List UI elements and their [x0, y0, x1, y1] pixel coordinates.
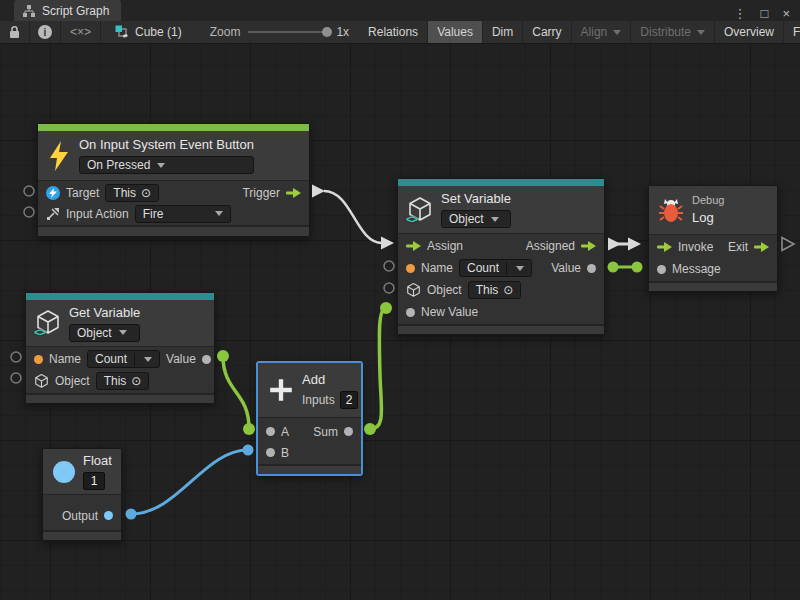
- node-title: On Input System Event Button: [79, 137, 254, 153]
- port-label-target: Target: [66, 186, 99, 200]
- graph-context-button[interactable]: Cube (1): [101, 21, 196, 43]
- inputs-count-field[interactable]: 2: [340, 391, 359, 409]
- target-this-pill[interactable]: This⊙: [105, 184, 159, 202]
- plus-icon: [268, 377, 294, 403]
- node-title: Add: [302, 372, 358, 388]
- menu-icon[interactable]: ⋮: [734, 6, 747, 21]
- input-action-dropdown[interactable]: Fire: [135, 205, 231, 223]
- string-port-name[interactable]: [406, 264, 415, 273]
- variable-accent-bar: [26, 293, 214, 300]
- port-label-value: Value: [166, 352, 196, 366]
- port-label-message: Message: [672, 262, 721, 276]
- target-picker-icon[interactable]: ⊙: [141, 186, 151, 200]
- input-action-icon: [46, 207, 60, 221]
- node-title: Get Variable: [69, 305, 140, 321]
- port-label-trigger: Trigger: [242, 186, 280, 200]
- chevron-down-icon: [516, 266, 524, 271]
- lightning-bolt-icon: [48, 141, 70, 171]
- tab-script-graph[interactable]: Script Graph: [14, 0, 121, 21]
- value-port-out[interactable]: [202, 355, 211, 364]
- port-label-sum: Sum: [313, 425, 338, 439]
- graph-toolbar: i <×> Cube (1) Zoom 1x Relations Values …: [0, 21, 800, 44]
- chevron-down-icon: [613, 30, 621, 35]
- object-this-pill[interactable]: This⊙: [468, 281, 522, 299]
- node-title: Set Variable: [441, 191, 511, 207]
- string-port-name[interactable]: [34, 355, 43, 364]
- port-label-output: Output: [62, 509, 98, 523]
- port-label-new-value: New Value: [421, 305, 478, 319]
- variable-name-dropdown[interactable]: Count: [459, 259, 532, 277]
- node-on-input-system-event-button[interactable]: On Input System Event Button On Pressed …: [37, 123, 310, 237]
- distribute-button[interactable]: Distribute: [631, 21, 715, 43]
- chevron-down-icon: [697, 30, 705, 35]
- value-port-a[interactable]: [266, 427, 275, 436]
- value-port-out[interactable]: [587, 264, 596, 273]
- node-footer: [38, 225, 309, 236]
- zoom-slider-track[interactable]: [248, 31, 328, 33]
- target-picker-icon[interactable]: ⊙: [131, 374, 141, 388]
- align-button[interactable]: Align: [572, 21, 632, 43]
- full-screen-button[interactable]: Full Screen: [784, 21, 800, 43]
- flow-port-assigned[interactable]: [581, 241, 596, 251]
- event-mode-dropdown[interactable]: On Pressed: [79, 156, 254, 174]
- toolbar-button-group: Relations Values Dim Carry Align Distrib…: [359, 21, 800, 43]
- port-label-invoke: Invoke: [678, 240, 713, 254]
- chevron-down-icon: [119, 330, 127, 335]
- relations-button[interactable]: Relations: [359, 21, 428, 43]
- node-debug-log[interactable]: Debug Log Invoke Exit Message: [648, 185, 778, 292]
- variable-accent-bar: [398, 179, 604, 186]
- value-port-new-value[interactable]: [406, 308, 415, 317]
- lock-button[interactable]: [0, 21, 30, 43]
- bug-icon: [659, 197, 683, 223]
- code-toggle-button[interactable]: <×>: [61, 21, 101, 43]
- node-title: Log: [692, 210, 724, 226]
- port-label-b: B: [281, 446, 289, 460]
- flow-port-invoke[interactable]: [657, 242, 672, 252]
- variable-kind-dropdown[interactable]: Object: [69, 324, 140, 342]
- node-add[interactable]: Add Inputs 2 A Sum B: [257, 362, 362, 475]
- node-get-variable[interactable]: <> Get Variable Object Name Count Value: [25, 292, 215, 404]
- target-picker-icon[interactable]: ⊙: [503, 283, 513, 297]
- float-icon: [53, 461, 75, 483]
- tab-strip: Script Graph ⋮ □ ×: [0, 0, 800, 21]
- inputs-label: Inputs: [302, 393, 335, 407]
- dim-button[interactable]: Dim: [483, 21, 523, 43]
- float-value-field[interactable]: 1: [83, 472, 105, 490]
- lock-icon: [8, 25, 21, 39]
- graph-icon: [22, 4, 36, 18]
- graph-context-label: Cube (1): [135, 25, 182, 39]
- tab-title: Script Graph: [42, 4, 109, 18]
- value-port-b[interactable]: [266, 448, 275, 457]
- overview-button[interactable]: Overview: [715, 21, 784, 43]
- port-label-a: A: [281, 425, 289, 439]
- value-port-message[interactable]: [657, 265, 666, 274]
- node-set-variable[interactable]: <> Set Variable Object Assign Assigned: [397, 178, 605, 335]
- event-accent-bar: [38, 124, 309, 131]
- node-footer: [398, 324, 604, 334]
- variable-name-dropdown[interactable]: Count: [87, 350, 160, 368]
- variable-kind-dropdown[interactable]: Object: [441, 210, 511, 228]
- maximize-icon[interactable]: □: [761, 6, 769, 21]
- chevron-down-icon: [491, 217, 499, 222]
- zoom-slider[interactable]: [248, 21, 336, 43]
- input-system-icon: [46, 186, 60, 200]
- node-category: Debug: [692, 194, 724, 207]
- close-icon[interactable]: ×: [782, 6, 790, 21]
- value-port-output[interactable]: [104, 511, 113, 520]
- flow-port-exit[interactable]: [754, 242, 769, 252]
- info-button[interactable]: i: [30, 21, 61, 43]
- node-float-literal[interactable]: Float 1 Output: [42, 448, 122, 541]
- object-cube-icon: [406, 283, 421, 298]
- zoom-slider-handle[interactable]: [322, 27, 332, 37]
- node-footer: [43, 530, 121, 540]
- carry-button[interactable]: Carry: [523, 21, 571, 43]
- port-label-value: Value: [551, 261, 581, 275]
- object-this-pill[interactable]: This⊙: [96, 372, 150, 390]
- flow-port-assign[interactable]: [406, 241, 421, 251]
- values-button[interactable]: Values: [428, 21, 483, 43]
- script-graph-window: Script Graph ⋮ □ × i <×>: [0, 0, 800, 600]
- flow-port-trigger[interactable]: [286, 188, 301, 198]
- value-port-sum[interactable]: [344, 427, 353, 436]
- variable-cube-icon: <>: [36, 310, 60, 336]
- node-footer: [258, 464, 361, 474]
